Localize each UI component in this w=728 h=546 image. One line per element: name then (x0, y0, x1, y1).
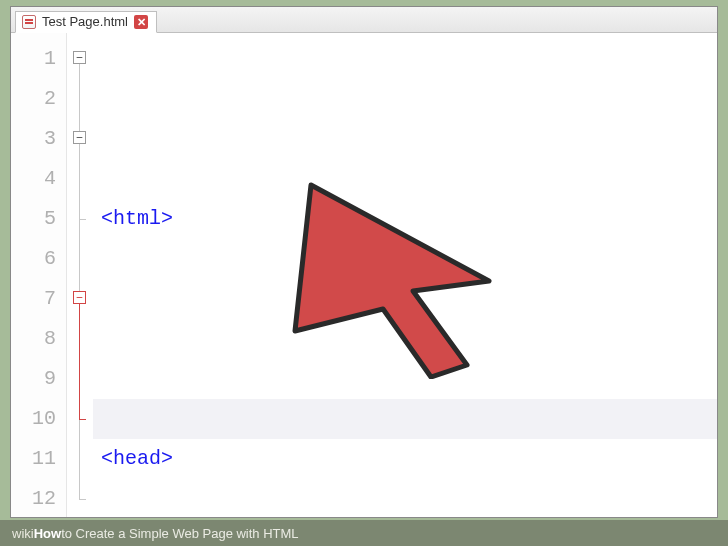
line-number: 2 (11, 79, 66, 119)
file-tab[interactable]: Test Page.html ✕ (15, 11, 157, 33)
caption-bar: wikiHow to Create a Simple Web Page with… (0, 520, 728, 546)
editor-window: Test Page.html ✕ 1 2 3 4 5 6 7 8 9 10 11… (10, 6, 718, 518)
fold-end (79, 499, 86, 500)
fold-toggle[interactable]: − (73, 51, 86, 64)
tab-bar: Test Page.html ✕ (11, 7, 717, 33)
code-editor[interactable]: 1 2 3 4 5 6 7 8 9 10 11 12 − − − <ht (11, 33, 717, 517)
line-number: 12 (11, 479, 66, 517)
fold-guide (79, 144, 80, 219)
line-number: 4 (11, 159, 66, 199)
current-line-highlight (93, 399, 717, 439)
code-token-tag: <html> (101, 207, 173, 230)
line-number: 5 (11, 199, 66, 239)
fold-guide (79, 64, 80, 499)
line-number: 3 (11, 119, 66, 159)
line-number: 9 (11, 359, 66, 399)
fold-end (79, 219, 86, 220)
line-number-gutter: 1 2 3 4 5 6 7 8 9 10 11 12 (11, 33, 67, 517)
fold-guide (79, 304, 80, 419)
line-number: 7 (11, 279, 66, 319)
line-number: 1 (11, 39, 66, 79)
line-number: 6 (11, 239, 66, 279)
file-icon (22, 15, 36, 29)
line-number: 10 (11, 399, 66, 439)
line-number: 11 (11, 439, 66, 479)
tab-filename: Test Page.html (42, 14, 128, 30)
brand-text: wiki (12, 527, 34, 540)
fold-column: − − − (67, 33, 93, 517)
code-area[interactable]: <html> <head> <title> My First Webpage <… (93, 33, 717, 517)
line-number: 8 (11, 319, 66, 359)
fold-toggle[interactable]: − (73, 291, 86, 304)
fold-toggle[interactable]: − (73, 131, 86, 144)
close-icon[interactable]: ✕ (134, 15, 148, 29)
code-token-tag: <head> (101, 447, 173, 470)
fold-end (79, 419, 86, 420)
brand-text: How (34, 527, 61, 540)
caption-title: to Create a Simple Web Page with HTML (61, 527, 298, 540)
